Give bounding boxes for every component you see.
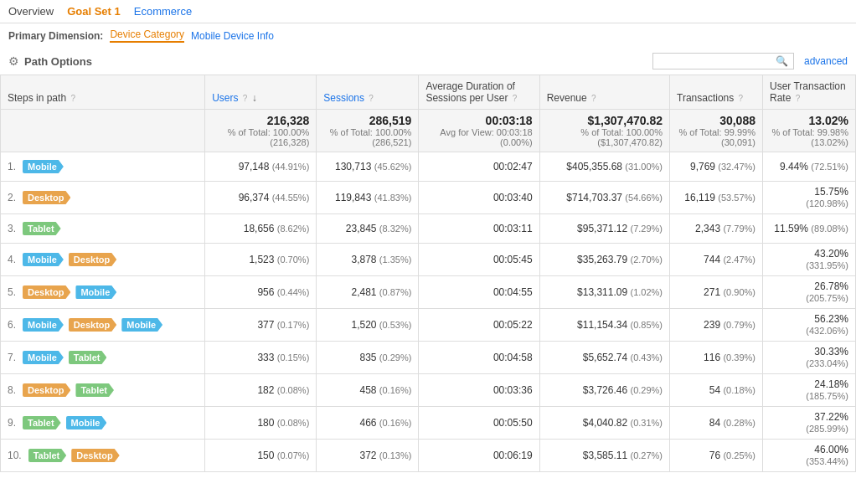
revenue-cell: $405,355.68 (31.00%) [539, 152, 669, 182]
revenue-help-icon[interactable]: ? [591, 94, 596, 103]
transactions-cell: 9,769 (32.47%) [670, 152, 763, 182]
device-tag-mobile[interactable]: Mobile [23, 160, 64, 173]
th-transactions: Transactions ? [670, 75, 763, 110]
primary-dim-label: Primary Dimension: [8, 30, 103, 42]
utr-help-icon[interactable]: ? [796, 94, 801, 103]
th-revenue: Revenue ? [539, 75, 669, 110]
device-tag-tablet[interactable]: Tablet [23, 222, 61, 235]
search-input[interactable] [657, 55, 774, 67]
path-cell: 4.MobileDesktop [1, 244, 205, 276]
sessions-cell: 458 (0.16%) [317, 374, 419, 407]
device-tag-tablet[interactable]: Tablet [23, 416, 61, 429]
path-options-label: Path Options [24, 55, 92, 68]
device-tag-mobile[interactable]: Mobile [23, 253, 64, 266]
path-options-bar: ⚙ Path Options 🔍 advanced [0, 48, 856, 75]
step-number: 4. [8, 254, 16, 265]
device-tag-mobile[interactable]: Mobile [75, 285, 116, 299]
device-tag-mobile[interactable]: Mobile [23, 318, 64, 332]
step-number: 1. [8, 161, 16, 172]
users-cell: 97,148 (44.91%) [205, 152, 317, 182]
device-tag-tablet[interactable]: Tablet [75, 383, 114, 397]
utr-cell: 24.18% (185.75%) [762, 374, 855, 407]
utr-cell: 9.44% (72.51%) [762, 152, 855, 182]
path-cell: 9.TabletMobile [1, 407, 205, 440]
utr-cell: 26.78% (205.75%) [762, 276, 855, 309]
sessions-cell: 3,878 (1.35%) [317, 244, 419, 276]
device-tag-desktop[interactable]: Desktop [23, 383, 70, 397]
device-tag-desktop[interactable]: Desktop [23, 191, 70, 204]
sessions-cell: 372 (0.13%) [317, 440, 419, 472]
advanced-link[interactable]: advanced [804, 55, 848, 67]
step-number: 8. [8, 384, 16, 396]
transactions-cell: 744 (2.47%) [670, 244, 763, 276]
utr-cell: 56.23% (432.06%) [762, 309, 855, 342]
transactions-cell: 54 (0.18%) [670, 374, 763, 407]
trans-help-icon[interactable]: ? [739, 94, 744, 103]
device-tag-desktop[interactable]: Desktop [69, 253, 116, 266]
revenue-cell: $11,154.34 (0.85%) [539, 309, 669, 342]
step-number: 2. [8, 192, 16, 203]
totals-sessions: 286,519 % of Total: 100.00% (286,521) [317, 110, 419, 152]
avg-dur-cell: 00:05:45 [419, 244, 539, 276]
utr-cell: 46.00% (353.44%) [762, 440, 855, 472]
device-tag-mobile[interactable]: Mobile [121, 318, 162, 332]
avg-dur-cell: 00:05:22 [419, 309, 539, 342]
users-cell: 182 (0.08%) [205, 374, 317, 407]
table-row: 3.Tablet18,656 (8.62%)23,845 (8.32%)00:0… [1, 214, 856, 244]
table-row: 8.DesktopTablet182 (0.08%)458 (0.16%)00:… [1, 374, 856, 407]
th-steps-in-path: Steps in path ? [1, 75, 205, 110]
dim-device-category[interactable]: Device Category [110, 28, 184, 43]
users-cell: 1,523 (0.70%) [205, 244, 317, 276]
totals-transactions: 30,088 % of Total: 99.99% (30,091) [670, 110, 763, 152]
table-row: 6.MobileDesktopMobile377 (0.17%)1,520 (0… [1, 309, 856, 342]
step-number: 6. [8, 319, 16, 331]
primary-dimension-bar: Primary Dimension: Device Category Mobil… [0, 23, 856, 48]
path-cell: 10.TabletDesktop [1, 440, 205, 472]
users-cell: 150 (0.07%) [205, 440, 317, 472]
sort-arrow: ↓ [252, 92, 257, 104]
search-button[interactable]: 🔍 [774, 55, 790, 67]
transactions-cell: 239 (0.79%) [670, 309, 763, 342]
dim-mobile-device-info[interactable]: Mobile Device Info [191, 30, 274, 42]
transactions-cell: 84 (0.28%) [670, 407, 763, 440]
utr-cell: 37.22% (285.99%) [762, 407, 855, 440]
sessions-help-icon[interactable]: ? [369, 94, 374, 103]
nav-ecommerce[interactable]: Ecommerce [134, 5, 192, 18]
nav-overview[interactable]: Overview [8, 5, 54, 18]
nav-goalset[interactable]: Goal Set 1 [67, 5, 121, 18]
avg-dur-help-icon[interactable]: ? [513, 94, 518, 103]
sessions-cell: 835 (0.29%) [317, 342, 419, 374]
users-help-icon[interactable]: ? [243, 94, 248, 103]
th-utr: User Transaction Rate ? [762, 75, 855, 110]
step-number: 7. [8, 352, 16, 363]
steps-help-icon[interactable]: ? [70, 94, 75, 103]
device-tag-tablet[interactable]: Tablet [69, 351, 107, 364]
device-tag-tablet[interactable]: Tablet [28, 449, 67, 462]
step-number: 3. [8, 223, 16, 234]
device-tag-desktop[interactable]: Desktop [23, 285, 70, 299]
sessions-cell: 130,713 (45.62%) [317, 152, 419, 182]
device-tag-mobile[interactable]: Mobile [66, 416, 107, 429]
totals-utr: 13.02% % of Total: 99.98% (13.02%) [762, 110, 855, 152]
device-tag-mobile[interactable]: Mobile [23, 351, 64, 364]
totals-users: 216,328 % of Total: 100.00% (216,328) [205, 110, 317, 152]
avg-dur-cell: 00:03:11 [419, 214, 539, 244]
transactions-cell: 271 (0.90%) [670, 276, 763, 309]
table-row: 4.MobileDesktop1,523 (0.70%)3,878 (1.35%… [1, 244, 856, 276]
transactions-cell: 116 (0.39%) [670, 342, 763, 374]
utr-cell: 15.75% (120.98%) [762, 182, 855, 214]
users-cell: 96,374 (44.55%) [205, 182, 317, 214]
device-tag-desktop[interactable]: Desktop [69, 318, 116, 332]
table-row: 2.Desktop96,374 (44.55%)119,843 (41.83%)… [1, 182, 856, 214]
avg-dur-cell: 00:06:19 [419, 440, 539, 472]
table-row: 1.Mobile97,148 (44.91%)130,713 (45.62%)0… [1, 152, 856, 182]
revenue-cell: $13,311.09 (1.02%) [539, 276, 669, 309]
avg-dur-cell: 00:03:36 [419, 374, 539, 407]
device-tag-desktop[interactable]: Desktop [71, 449, 119, 462]
transactions-cell: 16,119 (53.57%) [670, 182, 763, 214]
users-cell: 956 (0.44%) [205, 276, 317, 309]
avg-dur-cell: 00:04:55 [419, 276, 539, 309]
users-cell: 18,656 (8.62%) [205, 214, 317, 244]
revenue-cell: $714,703.37 (54.66%) [539, 182, 669, 214]
table-row: 9.TabletMobile180 (0.08%)466 (0.16%)00:0… [1, 407, 856, 440]
